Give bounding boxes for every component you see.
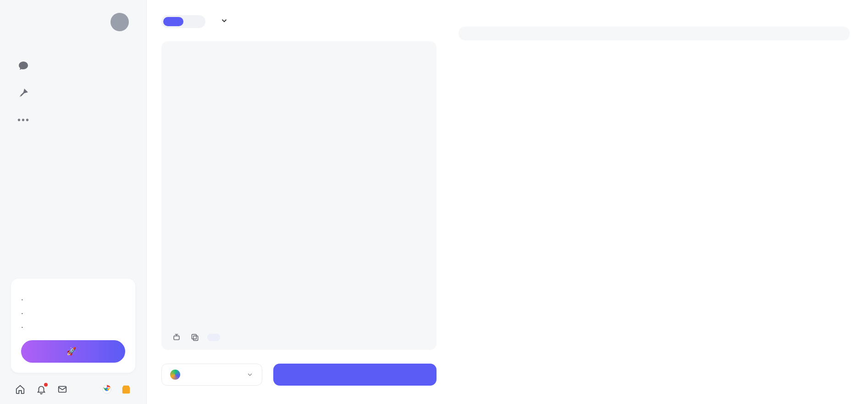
sidebar-nav: ••• <box>11 53 135 132</box>
language-pill <box>161 15 205 28</box>
fix-error-chip[interactable] <box>207 334 220 341</box>
robot-icon[interactable] <box>171 331 182 343</box>
sidebar-item-more[interactable]: ••• <box>11 108 135 132</box>
openai-icon <box>170 370 180 380</box>
svg-rect-5 <box>192 334 196 339</box>
home-icon[interactable] <box>15 384 26 395</box>
promo-list <box>21 295 125 332</box>
language-row <box>161 13 437 30</box>
lang-dropdown-button[interactable] <box>216 13 232 30</box>
sidebar: ••• 🚀 <box>0 0 147 404</box>
action-row <box>161 364 437 386</box>
rocket-icon: 🚀 <box>66 347 76 356</box>
promo-item <box>21 309 125 318</box>
lang-german-button[interactable] <box>183 17 204 26</box>
promo-item <box>21 323 125 332</box>
pen-icon <box>17 87 29 99</box>
input-card <box>161 41 437 350</box>
box-icon[interactable] <box>121 384 132 395</box>
model-select[interactable] <box>161 364 262 386</box>
sidebar-item-chat[interactable] <box>11 53 135 78</box>
promo-card: 🚀 <box>11 279 135 373</box>
bell-icon[interactable] <box>36 384 47 395</box>
main-area <box>147 0 868 404</box>
bottom-icon-row <box>11 384 135 395</box>
sidebar-item-write[interactable] <box>11 81 135 106</box>
svg-rect-4 <box>194 336 198 341</box>
mail-icon[interactable] <box>57 384 68 395</box>
copy-icon[interactable] <box>189 331 201 343</box>
lang-english-button[interactable] <box>163 17 183 26</box>
result-card <box>459 27 850 40</box>
notification-dot <box>44 383 48 387</box>
input-footer <box>171 331 427 343</box>
svg-rect-3 <box>174 336 179 340</box>
subscribe-button[interactable]: 🚀 <box>21 340 125 363</box>
avatar[interactable] <box>111 13 129 31</box>
input-text[interactable] <box>171 50 427 325</box>
chat-icon <box>17 60 29 72</box>
optimize-button[interactable] <box>273 364 437 386</box>
promo-item <box>21 295 125 304</box>
more-icon: ••• <box>17 115 29 125</box>
result-column <box>459 13 850 386</box>
editor-column <box>161 13 437 386</box>
chrome-icon[interactable] <box>101 384 112 395</box>
